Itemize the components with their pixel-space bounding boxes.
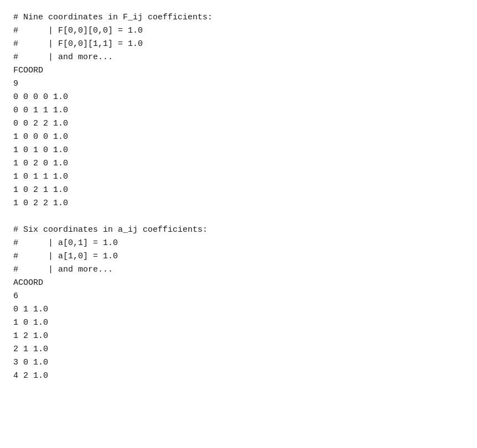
code-line: # | a[0,1] = 1.0 <box>13 237 464 250</box>
code-line: 6 <box>13 290 464 303</box>
code-line: # Six coordinates in a_ij coefficients: <box>13 223 464 237</box>
code-line: ACOORD <box>13 277 464 290</box>
code-line: # | F[0,0][1,1] = 1.0 <box>13 38 464 51</box>
code-line: 0 1 1.0 <box>13 303 464 316</box>
code-line: # | and more... <box>13 51 464 64</box>
code-display: # Nine coordinates in F_ij coefficients:… <box>13 11 464 383</box>
code-line: 1 0 1 1 1.0 <box>13 170 464 184</box>
code-line: 9 <box>13 77 464 91</box>
code-line: # Nine coordinates in F_ij coefficients: <box>13 11 464 24</box>
code-line: 1 0 2 1 1.0 <box>13 184 464 197</box>
code-line: 4 2 1.0 <box>13 369 464 383</box>
code-line: 1 0 2 2 1.0 <box>13 197 464 210</box>
code-line: 0 0 1 1 1.0 <box>13 104 464 117</box>
code-line: 1 0 0 0 1.0 <box>13 131 464 144</box>
code-line <box>13 210 464 223</box>
code-line: 0 0 0 0 1.0 <box>13 91 464 104</box>
code-line: 2 1 1.0 <box>13 343 464 356</box>
code-line: 1 0 2 0 1.0 <box>13 157 464 170</box>
code-line: 0 0 2 2 1.0 <box>13 117 464 131</box>
code-line: # | and more... <box>13 263 464 277</box>
code-line: 1 2 1.0 <box>13 330 464 343</box>
code-line: 1 0 1 0 1.0 <box>13 144 464 157</box>
code-line: 3 0 1.0 <box>13 356 464 369</box>
code-line: 1 0 1.0 <box>13 316 464 330</box>
code-line: # | a[1,0] = 1.0 <box>13 250 464 263</box>
code-line: FCOORD <box>13 64 464 77</box>
code-line: # | F[0,0][0,0] = 1.0 <box>13 24 464 38</box>
